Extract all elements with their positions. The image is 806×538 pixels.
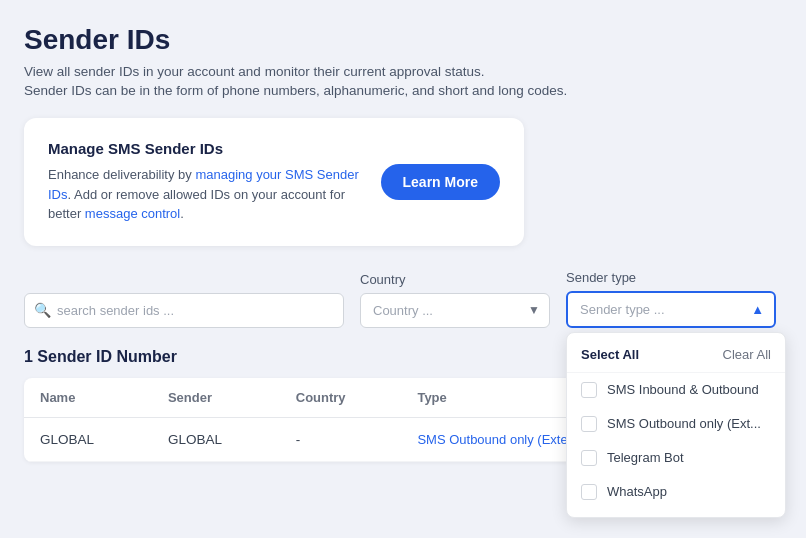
learn-more-button[interactable]: Learn More <box>381 164 500 200</box>
checkbox-sms-inbound[interactable] <box>581 382 597 398</box>
sender-type-placeholder: Sender type ... <box>580 302 665 317</box>
dropdown-item-sms-outbound[interactable]: SMS Outbound only (Ext... <box>567 407 785 441</box>
col-header-country: Country <box>280 378 402 418</box>
country-select-wrap: Country ... ▼ <box>360 293 550 328</box>
checkbox-telegram[interactable] <box>581 450 597 466</box>
cell-country: - <box>280 417 402 461</box>
country-select[interactable]: Country ... <box>360 293 550 328</box>
checkbox-sms-outbound[interactable] <box>581 416 597 432</box>
search-input[interactable] <box>24 293 344 328</box>
sender-type-button[interactable]: Sender type ... ▲ <box>566 291 776 328</box>
manage-card-title: Manage SMS Sender IDs <box>48 140 361 157</box>
dropdown-item-whatsapp[interactable]: WhatsApp <box>567 475 785 509</box>
cell-name: GLOBAL <box>24 417 152 461</box>
dropdown-item-telegram[interactable]: Telegram Bot <box>567 441 785 475</box>
sender-type-group: Sender type Sender type ... ▲ Select All… <box>566 270 776 328</box>
country-group: Country Country ... ▼ <box>360 272 550 328</box>
dropdown-item-label-sms-outbound: SMS Outbound only (Ext... <box>607 416 761 431</box>
filters-row: 🔍 Country Country ... ▼ Sender type Send… <box>24 270 782 328</box>
search-icon: 🔍 <box>34 302 51 318</box>
manage-card-desc: Enhance deliverability by managing your … <box>48 165 361 224</box>
dropdown-header: Select All Clear All <box>567 341 785 373</box>
cell-sender: GLOBAL <box>152 417 280 461</box>
dropdown-item-sms-inbound[interactable]: SMS Inbound & Outbound <box>567 373 785 407</box>
dropdown-item-label-whatsapp: WhatsApp <box>607 484 667 499</box>
sender-type-dropdown: Select All Clear All SMS Inbound & Outbo… <box>566 332 786 518</box>
page-subtitle-1: View all sender IDs in your account and … <box>24 64 782 79</box>
col-header-name: Name <box>24 378 152 418</box>
clear-all-button[interactable]: Clear All <box>723 347 771 362</box>
manage-sms-card: Manage SMS Sender IDs Enhance deliverabi… <box>24 118 524 246</box>
select-all-button[interactable]: Select All <box>581 347 639 362</box>
page-title: Sender IDs <box>24 24 782 56</box>
manage-card-content: Manage SMS Sender IDs Enhance deliverabi… <box>48 140 361 224</box>
dropdown-item-label-sms-inbound: SMS Inbound & Outbound <box>607 382 759 397</box>
chevron-up-icon: ▲ <box>751 302 764 317</box>
search-group: 🔍 <box>24 293 344 328</box>
col-header-sender: Sender <box>152 378 280 418</box>
dropdown-item-label-telegram: Telegram Bot <box>607 450 684 465</box>
sender-type-label: Sender type <box>566 270 776 285</box>
country-label: Country <box>360 272 550 287</box>
search-wrap: 🔍 <box>24 293 344 328</box>
checkbox-whatsapp[interactable] <box>581 484 597 500</box>
page-subtitle-2: Sender IDs can be in the form of phone n… <box>24 83 782 98</box>
